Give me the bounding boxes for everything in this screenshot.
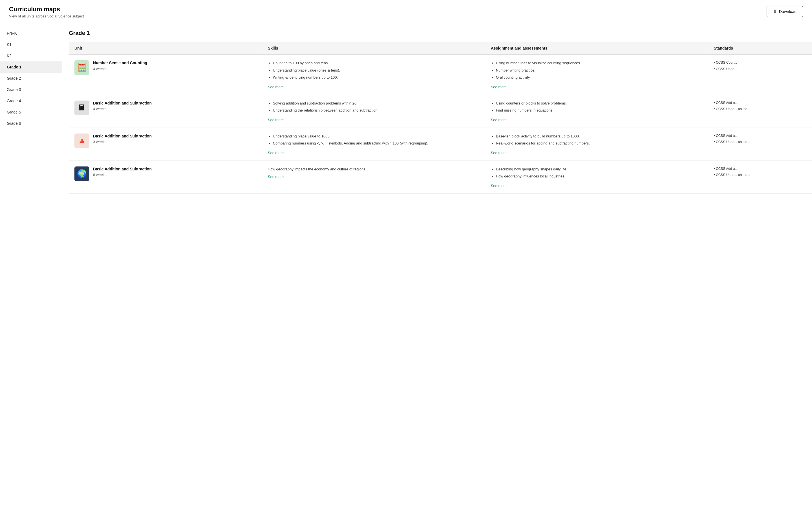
unit-info: 🔺 Basic Addition and Subtraction 3 weeks	[74, 133, 256, 148]
table-row: 🌍 Basic Addition and Subtraction 6 weeks…	[69, 161, 812, 193]
assignment-item: Real-world scenarios for adding and subt…	[496, 140, 702, 146]
sidebar-item-grade-2[interactable]: Grade 2	[0, 73, 62, 84]
assignment-item: Using number lines to visualize counting…	[496, 60, 702, 66]
assignments-cell-0: Using number lines to visualize counting…	[485, 55, 708, 95]
assignments-list: Using counters or blocks to solve proble…	[491, 101, 702, 113]
skills-list: Understanding place value to 1000.Compar…	[268, 133, 479, 146]
table-row: 🔺 Basic Addition and Subtraction 3 weeks…	[69, 128, 812, 161]
standard-item: • CCSS Coun...	[714, 60, 806, 65]
assignments-see-more[interactable]: See more	[491, 151, 507, 155]
unit-thumbnail: 🔺	[74, 133, 89, 148]
header-left: Curriculum maps View of all units across…	[9, 6, 84, 18]
skills-see-more[interactable]: See more	[268, 175, 284, 179]
standard-item: • CCSS Add a...	[714, 166, 806, 171]
col-header-skills: Skills	[262, 42, 485, 55]
sidebar-item-grade-1[interactable]: Grade 1	[0, 61, 62, 73]
header: Curriculum maps View of all units across…	[0, 0, 812, 23]
sidebar-item-grade-4[interactable]: Grade 4	[0, 95, 62, 107]
sidebar-item-k2[interactable]: K2	[0, 50, 62, 61]
assignments-list: Describing how geography shapes daily li…	[491, 166, 702, 179]
col-header-unit: Unit	[69, 42, 262, 55]
skill-item: Solving addition and subtraction problem…	[273, 101, 479, 106]
standard-item: • CCSS Unde... unkno...	[714, 107, 806, 112]
sidebar-item-grade-3[interactable]: Grade 3	[0, 84, 62, 95]
skills-see-more[interactable]: See more	[268, 85, 284, 89]
skills-see-more[interactable]: See more	[268, 118, 284, 122]
assignment-item: Oral counting activity.	[496, 75, 702, 80]
skill-item: Writing & identifying numbers up to 100.	[273, 75, 479, 80]
standard-item: • CCSS Add a...	[714, 101, 806, 105]
unit-thumbnail: 🌍	[74, 166, 89, 181]
skill-item: Comparing numbers using <, >, = symbols.…	[273, 140, 479, 146]
assignments-cell-2: Base-ten block activity to build numbers…	[485, 128, 708, 161]
unit-icon: 🧮	[77, 63, 87, 72]
unit-weeks: 3 weeks	[93, 140, 152, 144]
assignment-item: Base-ten block activity to build numbers…	[496, 133, 702, 139]
unit-thumbnail: 🧮	[74, 60, 89, 75]
standard-item: • CCSS Add a...	[714, 133, 806, 138]
unit-weeks: 6 weeks	[93, 173, 152, 177]
skills-list: Counting to 100 by ones and tens.Underst…	[268, 60, 479, 80]
assignments-list: Using number lines to visualize counting…	[491, 60, 702, 80]
skills-cell-1: Solving addition and subtraction problem…	[262, 95, 485, 128]
curriculum-table: Unit Skills Assignment and assessments S…	[69, 42, 812, 194]
unit-name: Basic Addition and Subtraction	[93, 133, 152, 139]
sidebar-item-grade-5[interactable]: Grade 5	[0, 107, 62, 118]
page-title: Curriculum maps	[9, 6, 84, 13]
standard-item: • CCSS Unde... unkno...	[714, 173, 806, 177]
standard-item: • CCSS Unde... unkno...	[714, 140, 806, 145]
skill-item: Understanding place value (ones & tens).	[273, 68, 479, 73]
sidebar-item-pre-k[interactable]: Pre-K	[0, 27, 62, 39]
sidebar-item-grade-6[interactable]: Grade 6	[0, 118, 62, 129]
assignment-item: Number writing practice.	[496, 68, 702, 73]
sidebar: Pre-KK1K2Grade 1Grade 2Grade 3Grade 4Gra…	[0, 23, 62, 507]
assignments-list: Base-ten block activity to build numbers…	[491, 133, 702, 146]
unit-cell-0: 🧮 Number Sense and Counting 4 weeks	[69, 55, 262, 95]
skills-cell-2: Understanding place value to 1000.Compar…	[262, 128, 485, 161]
skills-see-more[interactable]: See more	[268, 151, 284, 155]
col-header-assignments: Assignment and assessments	[485, 42, 708, 55]
assignments-cell-1: Using counters or blocks to solve proble…	[485, 95, 708, 128]
skills-text: How geography impacts the economy and cu…	[268, 166, 479, 172]
standards-cell-2: • CCSS Add a...• CCSS Unde... unkno...	[708, 128, 812, 161]
col-header-standards: Standards	[708, 42, 812, 55]
assignment-item: Describing how geography shapes daily li…	[496, 166, 702, 172]
assignment-item: Find missing numbers in equations.	[496, 108, 702, 113]
assignments-see-more[interactable]: See more	[491, 184, 507, 188]
standards-cell-0: • CCSS Coun...• CCSS Unde...	[708, 55, 812, 95]
assignments-cell-3: Describing how geography shapes daily li…	[485, 161, 708, 193]
unit-cell-1: 🖩 Basic Addition and Subtraction 4 weeks	[69, 95, 262, 128]
unit-thumbnail: 🖩	[74, 101, 89, 115]
skills-cell-3: How geography impacts the economy and cu…	[262, 161, 485, 193]
skills-list: Solving addition and subtraction problem…	[268, 101, 479, 113]
unit-weeks: 4 weeks	[93, 107, 152, 111]
assignment-item: Using counters or blocks to solve proble…	[496, 101, 702, 106]
table-row: 🧮 Number Sense and Counting 4 weeks Coun…	[69, 55, 812, 95]
sidebar-item-k1[interactable]: K1	[0, 39, 62, 50]
unit-name: Number Sense and Counting	[93, 60, 147, 66]
assignment-item: How geography influences local industrie…	[496, 173, 702, 179]
unit-info: 🖩 Basic Addition and Subtraction 4 weeks	[74, 101, 256, 115]
page-subtitle: View of all units across Social Science …	[9, 14, 84, 18]
unit-weeks: 4 weeks	[93, 67, 147, 71]
skill-item: Understanding the relationship between a…	[273, 108, 479, 113]
skills-cell-0: Counting to 100 by ones and tens.Underst…	[262, 55, 485, 95]
unit-cell-3: 🌍 Basic Addition and Subtraction 6 weeks	[69, 161, 262, 193]
standards-cell-1: • CCSS Add a...• CCSS Unde... unkno...	[708, 95, 812, 128]
unit-info: 🧮 Number Sense and Counting 4 weeks	[74, 60, 256, 75]
download-icon: ⬇	[773, 9, 777, 14]
app-layout: Curriculum maps View of all units across…	[0, 0, 812, 507]
unit-info: 🌍 Basic Addition and Subtraction 6 weeks	[74, 166, 256, 181]
body-layout: Pre-KK1K2Grade 1Grade 2Grade 3Grade 4Gra…	[0, 23, 812, 507]
table-row: 🖩 Basic Addition and Subtraction 4 weeks…	[69, 95, 812, 128]
unit-cell-2: 🔺 Basic Addition and Subtraction 3 weeks	[69, 128, 262, 161]
skill-item: Counting to 100 by ones and tens.	[273, 60, 479, 66]
assignments-see-more[interactable]: See more	[491, 118, 507, 122]
unit-icon: 🔺	[77, 136, 87, 145]
grade-title: Grade 1	[69, 30, 812, 36]
standard-item: • CCSS Unde...	[714, 67, 806, 71]
unit-name: Basic Addition and Subtraction	[93, 166, 152, 172]
assignments-see-more[interactable]: See more	[491, 85, 507, 89]
unit-icon: 🌍	[77, 169, 87, 178]
download-button[interactable]: ⬇ Download	[767, 6, 803, 17]
